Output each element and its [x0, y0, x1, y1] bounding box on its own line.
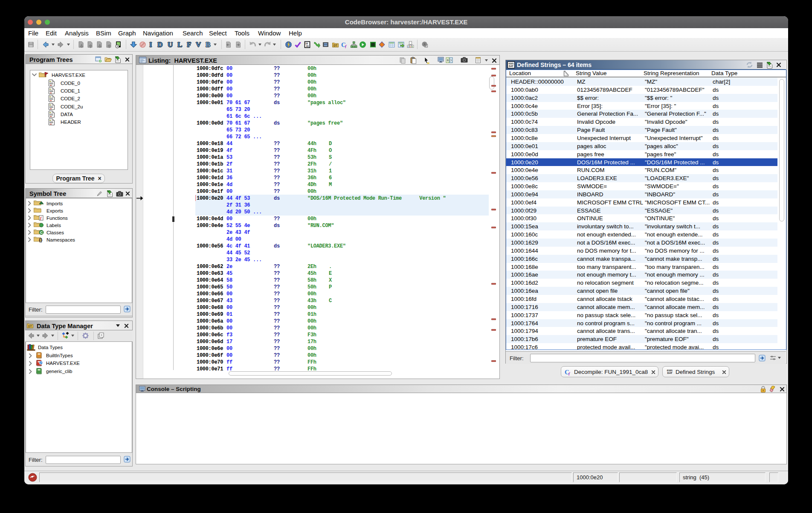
svg-text:f: f [568, 371, 571, 376]
svg-text:f: f [345, 44, 347, 48]
svg-text:C: C [40, 230, 43, 235]
svg-text:01: 01 [306, 44, 309, 47]
svg-text:{}: {} [39, 237, 43, 242]
svg-text:DT: DT [28, 325, 32, 328]
svg-text:DT: DT [334, 44, 337, 47]
